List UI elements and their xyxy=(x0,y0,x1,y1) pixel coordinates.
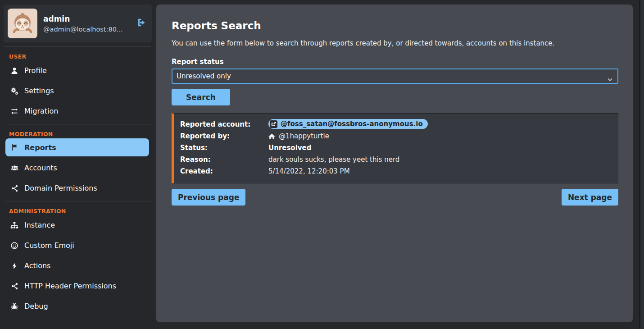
sitemap-icon xyxy=(9,221,19,229)
main-panel: Reports Search You can use the form belo… xyxy=(156,5,633,322)
report-status-selected-value: Unresolved only xyxy=(177,72,231,80)
bolt-icon xyxy=(9,262,19,270)
house-icon xyxy=(268,133,275,140)
report-card[interactable]: Reported account: @foss_satan@fossbros-a… xyxy=(172,113,618,183)
flag-icon xyxy=(9,143,19,151)
search-button[interactable]: Search xyxy=(172,89,230,105)
avatar xyxy=(8,9,37,38)
report-status-label: Report status xyxy=(172,58,618,66)
sidebar-item-custom-emoji[interactable]: Custom Emoji xyxy=(5,235,151,256)
user-handle: @admin@localhost:80... xyxy=(43,26,133,33)
nav-header-administration: ADMINISTRATION xyxy=(9,208,151,215)
reported-account-handle: @foss_satan@fossbros-anonymous.io xyxy=(281,120,423,128)
sidebar-item-label: HTTP Header Permissions xyxy=(24,282,116,290)
sidebar-item-http-header-permissions[interactable]: HTTP Header Permissions xyxy=(5,276,151,296)
sidebar-item-label: Profile xyxy=(24,66,47,75)
report-row-reported-account: Reported account: @foss_satan@fossbros-a… xyxy=(180,119,612,130)
sidebar-item-label: Domain Permissions xyxy=(24,184,97,192)
nav-section-user: USER Profile xyxy=(5,46,151,124)
sidebar-item-label: Migration xyxy=(24,107,58,115)
row-label: Created: xyxy=(180,167,268,175)
row-label: Status: xyxy=(180,144,268,152)
report-row-created: Created: 5/14/2022, 12:20:03 PM xyxy=(180,165,612,177)
reported-account-link[interactable]: @foss_satan@fossbros-anonymous.io xyxy=(268,119,428,129)
sidebar-item-label: Accounts xyxy=(24,164,57,172)
report-status-select[interactable]: Unresolved only xyxy=(172,69,618,84)
previous-page-button[interactable]: Previous page xyxy=(172,189,245,206)
report-row-reported-by: Reported by: @1happyturtle xyxy=(180,130,612,142)
sidebar-item-accounts[interactable]: Accounts xyxy=(5,158,151,178)
reporter-handle: @1happyturtle xyxy=(279,132,329,140)
nav-header-user: USER xyxy=(9,53,151,60)
username: admin xyxy=(43,14,133,23)
share-nodes-icon xyxy=(9,282,19,290)
nav-header-moderation: MODERATION xyxy=(9,131,151,137)
gears-icon xyxy=(9,87,19,95)
sidebar-item-profile[interactable]: Profile xyxy=(5,60,151,81)
sidebar: admin @admin@localhost:80... USER Profil… xyxy=(0,0,155,329)
sidebar-item-label: Debug xyxy=(24,302,48,311)
report-reason-value: dark souls sucks, please yeet this nerd xyxy=(268,155,612,164)
sidebar-item-instance[interactable]: Instance xyxy=(5,215,151,235)
sidebar-item-label: Settings xyxy=(24,87,54,95)
smile-icon xyxy=(9,242,19,250)
sidebar-item-domain-permissions[interactable]: Domain Permissions xyxy=(5,178,151,198)
report-created-value: 5/14/2022, 12:20:03 PM xyxy=(268,167,612,175)
user-icon xyxy=(9,67,19,75)
logout-icon[interactable] xyxy=(136,18,146,29)
sidebar-item-migration[interactable]: Migration xyxy=(5,101,151,121)
sidebar-nav: USER Profile xyxy=(0,46,155,319)
sidebar-item-label: Custom Emoji xyxy=(24,241,74,250)
report-row-reason: Reason: dark souls sucks, please yeet th… xyxy=(180,154,612,165)
user-card[interactable]: admin @admin@localhost:80... xyxy=(4,5,152,42)
sidebar-item-actions[interactable]: Actions xyxy=(5,256,151,276)
sidebar-item-settings[interactable]: Settings xyxy=(5,81,151,101)
row-label: Reported account: xyxy=(180,120,268,128)
sidebar-item-debug[interactable]: Debug xyxy=(5,296,151,316)
report-status-value: Unresolved xyxy=(268,144,612,152)
share-nodes-icon xyxy=(9,184,19,192)
chevron-down-icon xyxy=(608,75,612,83)
sidebar-item-label: Reports xyxy=(24,143,56,152)
page-title: Reports Search xyxy=(172,20,618,32)
report-row-status: Status: Unresolved xyxy=(180,142,612,154)
bug-icon xyxy=(9,302,19,311)
user-meta: admin @admin@localhost:80... xyxy=(43,14,133,33)
nav-section-moderation: MODERATION Reports xyxy=(5,124,151,201)
next-page-button[interactable]: Next page xyxy=(562,189,618,206)
arrows-left-right-icon xyxy=(9,107,19,115)
sidebar-item-label: Instance xyxy=(24,221,55,229)
nav-section-administration: ADMINISTRATION Instance xyxy=(5,201,151,319)
sidebar-item-label: Actions xyxy=(24,261,50,270)
row-label: Reason: xyxy=(180,155,268,164)
row-label: Reported by: xyxy=(180,132,268,140)
pagination: Previous page Next page xyxy=(172,189,618,206)
scrollbar-track[interactable] xyxy=(639,0,644,329)
users-icon xyxy=(9,164,19,172)
page-description: You can use the form below to search thr… xyxy=(172,39,618,47)
external-link-square-icon xyxy=(270,120,277,128)
sidebar-item-reports[interactable]: Reports xyxy=(5,138,149,156)
